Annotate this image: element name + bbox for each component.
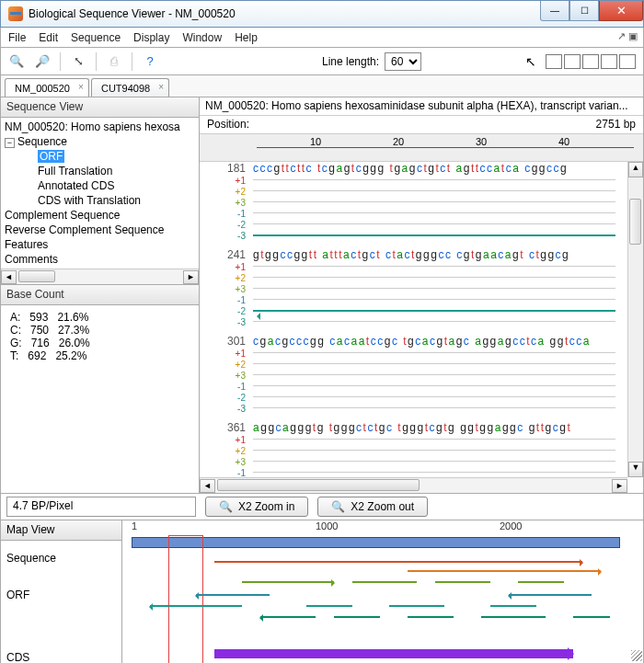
sequence-body[interactable]: 181cccgttcttc tcgagtcggg tgagctgtct agtt… [200, 162, 643, 493]
layout-split-v-icon[interactable] [564, 54, 581, 69]
menu-help[interactable]: Help [235, 31, 258, 44]
tree-annotated-cds[interactable]: Annotated CDS [1, 178, 199, 193]
zoom-out-button[interactable]: 🔍X2 Zoom out [317, 497, 428, 517]
menu-sequence[interactable]: Sequence [71, 31, 121, 44]
reset-view-icon[interactable]: ⤡ [68, 51, 88, 72]
window-titlebar: Biological Sequence Viewer - NM_000520 —… [0, 0, 644, 28]
layout-grid-icon[interactable] [546, 54, 562, 69]
position-label: Position: [207, 118, 249, 131]
tree-hscroll[interactable]: ◄► [1, 269, 199, 284]
sequence-ruler: 10 20 30 40 [200, 134, 643, 162]
map-label-sequence: Sequence [6, 544, 116, 572]
tree-sequence[interactable]: −Sequence [1, 134, 199, 149]
map-sequence-bar [132, 537, 620, 548]
window-title: Biological Sequence Viewer - NM_000520 [29, 7, 236, 20]
print-icon[interactable]: ⎙ [104, 51, 124, 72]
map-track-labels: Sequence ORF CDS [1, 541, 121, 663]
map-label-orf: ORF [6, 581, 116, 609]
magnify-minus-icon: 🔍 [331, 500, 345, 513]
basecount-row: T: 692 25.2% [10, 349, 190, 362]
tab-cut94098[interactable]: CUT94098 × [91, 78, 169, 97]
toolbar: 🔍 🔎 ⤡ ⎙ ? Line length: 60 ↖ [0, 48, 644, 75]
menu-file[interactable]: File [8, 31, 26, 44]
tree-full-translation[interactable]: Full Translation [1, 164, 199, 178]
basecount-row: G: 716 26.0% [10, 337, 190, 349]
line-length-label: Line length: [322, 55, 379, 68]
sequence-length: 2751 bp [596, 118, 636, 131]
map-canvas[interactable]: 1 1000 2000 ◄► [122, 520, 643, 663]
tree-features[interactable]: Features [1, 237, 199, 252]
sequence-tree[interactable]: NM_000520: Homo sapiens hexosa −Sequence… [1, 118, 199, 269]
close-tab-icon[interactable]: × [158, 82, 164, 92]
layout-detach-icon[interactable] [601, 54, 617, 69]
layout-max-icon[interactable] [619, 54, 636, 69]
base-count-body: A: 593 21.6% C: 750 27.3% G: 716 26.0% T… [1, 305, 199, 493]
tree-complement[interactable]: Complement Sequence [1, 208, 199, 223]
tree-comments[interactable]: Comments [1, 252, 199, 267]
map-label-cds: CDS [6, 644, 116, 663]
tree-revcomp[interactable]: Reverse Complement Sequence [1, 223, 199, 237]
menubar: File Edit Sequence Display Window Help ↗… [0, 28, 644, 48]
tab-label: NM_000520 [15, 83, 70, 94]
bp-pixel-field[interactable]: 4.7 BP/Pixel [6, 497, 196, 517]
help-icon[interactable]: ? [140, 51, 160, 72]
tab-label: CUT94098 [101, 83, 150, 94]
tab-nm000520[interactable]: NM_000520 × [5, 78, 89, 97]
sequence-hscroll[interactable]: ◄► [200, 477, 627, 493]
tree-root[interactable]: NM_000520: Homo sapiens hexosa [1, 120, 199, 134]
sequence-title: NM_000520: Homo sapiens hexosaminidase s… [200, 97, 643, 116]
cursor-icon[interactable]: ↖ [525, 54, 536, 69]
map-view-header: Map View [1, 520, 121, 541]
zoom-out-icon[interactable]: 🔎 [32, 51, 52, 72]
dock-icon[interactable]: ↗ ▣ [617, 30, 638, 42]
tree-orf[interactable]: ORF [1, 149, 199, 164]
sequence-block: 181cccgttcttc tcgagtcggg tgagctgtct agtt… [200, 162, 643, 241]
window-resize-grip[interactable] [631, 650, 642, 661]
tree-cds-translation[interactable]: CDS with Translation [1, 193, 199, 208]
map-cds-bar [214, 649, 573, 658]
magnify-plus-icon: 🔍 [219, 500, 233, 513]
zoom-row: 4.7 BP/Pixel 🔍X2 Zoom in 🔍X2 Zoom out [0, 493, 644, 520]
zoom-in-button[interactable]: 🔍X2 Zoom in [205, 497, 308, 517]
maximize-button[interactable]: ☐ [569, 1, 599, 21]
sequence-block: 301cgacgcccgg cacaatccgc tgcacgtagc agga… [200, 335, 643, 414]
minimize-button[interactable]: — [540, 1, 569, 21]
menu-display[interactable]: Display [133, 31, 169, 44]
basecount-row: A: 593 21.6% [10, 311, 190, 324]
zoom-in-icon[interactable]: 🔍 [6, 51, 27, 72]
sequence-view-header: Sequence View [1, 97, 199, 118]
sequence-vscroll[interactable]: ▲▼ [627, 162, 643, 477]
basecount-row: C: 750 27.3% [10, 324, 190, 337]
close-tab-icon[interactable]: × [78, 82, 84, 92]
base-count-header: Base Count [1, 285, 199, 305]
menu-edit[interactable]: Edit [39, 31, 58, 44]
sequence-block: 241gtggccggtt atttactgct ctactgggcc cgtg… [200, 248, 643, 327]
layout-split-h-icon[interactable] [582, 54, 599, 69]
layout-buttons: ↖ [525, 54, 636, 69]
tab-row: NM_000520 × CUT94098 × [0, 75, 644, 97]
line-length-select[interactable]: 60 [385, 52, 421, 71]
menu-window[interactable]: Window [182, 31, 222, 44]
close-button[interactable]: ✕ [599, 1, 643, 21]
matlab-icon [8, 6, 23, 21]
